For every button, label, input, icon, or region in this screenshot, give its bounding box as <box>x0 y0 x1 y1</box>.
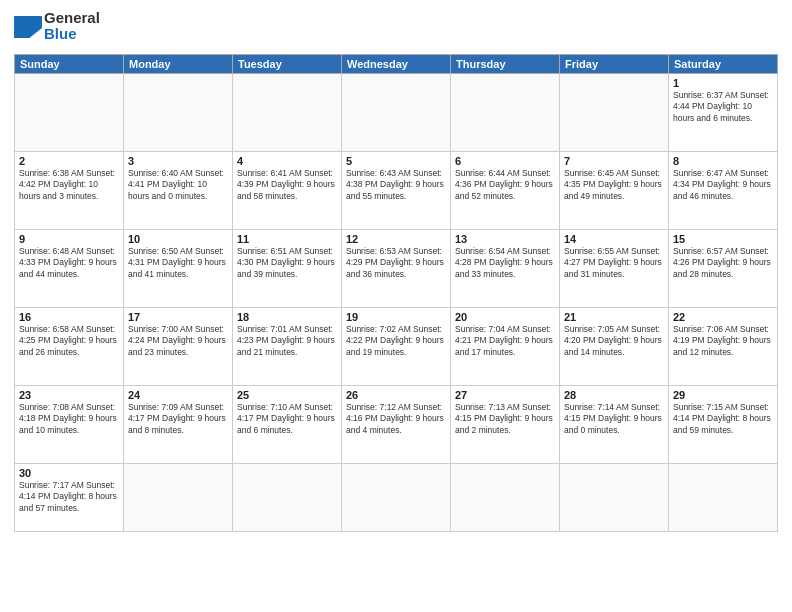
weekday-header-monday: Monday <box>124 55 233 74</box>
day-info: Sunrise: 7:09 AM Sunset: 4:17 PM Dayligh… <box>128 402 228 436</box>
day-info: Sunrise: 7:00 AM Sunset: 4:24 PM Dayligh… <box>128 324 228 358</box>
day-number: 3 <box>128 155 228 167</box>
day-number: 26 <box>346 389 446 401</box>
day-number: 12 <box>346 233 446 245</box>
calendar-cell <box>124 464 233 532</box>
calendar-cell: 27Sunrise: 7:13 AM Sunset: 4:15 PM Dayli… <box>451 386 560 464</box>
day-number: 6 <box>455 155 555 167</box>
calendar-cell: 21Sunrise: 7:05 AM Sunset: 4:20 PM Dayli… <box>560 308 669 386</box>
calendar-cell <box>451 464 560 532</box>
day-number: 2 <box>19 155 119 167</box>
day-number: 28 <box>564 389 664 401</box>
day-number: 19 <box>346 311 446 323</box>
calendar-header-row: SundayMondayTuesdayWednesdayThursdayFrid… <box>15 55 778 74</box>
day-number: 14 <box>564 233 664 245</box>
day-info: Sunrise: 6:48 AM Sunset: 4:33 PM Dayligh… <box>19 246 119 280</box>
calendar-cell: 20Sunrise: 7:04 AM Sunset: 4:21 PM Dayli… <box>451 308 560 386</box>
calendar-cell: 6Sunrise: 6:44 AM Sunset: 4:36 PM Daylig… <box>451 152 560 230</box>
day-number: 23 <box>19 389 119 401</box>
day-info: Sunrise: 6:57 AM Sunset: 4:26 PM Dayligh… <box>673 246 773 280</box>
calendar-cell: 13Sunrise: 6:54 AM Sunset: 4:28 PM Dayli… <box>451 230 560 308</box>
day-info: Sunrise: 7:10 AM Sunset: 4:17 PM Dayligh… <box>237 402 337 436</box>
day-info: Sunrise: 7:12 AM Sunset: 4:16 PM Dayligh… <box>346 402 446 436</box>
day-number: 5 <box>346 155 446 167</box>
calendar-cell: 23Sunrise: 7:08 AM Sunset: 4:18 PM Dayli… <box>15 386 124 464</box>
day-info: Sunrise: 6:37 AM Sunset: 4:44 PM Dayligh… <box>673 90 773 124</box>
day-info: Sunrise: 6:47 AM Sunset: 4:34 PM Dayligh… <box>673 168 773 202</box>
calendar-cell: 12Sunrise: 6:53 AM Sunset: 4:29 PM Dayli… <box>342 230 451 308</box>
calendar-cell <box>451 74 560 152</box>
calendar-cell: 16Sunrise: 6:58 AM Sunset: 4:25 PM Dayli… <box>15 308 124 386</box>
logo: General Blue <box>14 10 66 48</box>
day-number: 25 <box>237 389 337 401</box>
day-number: 22 <box>673 311 773 323</box>
day-info: Sunrise: 7:17 AM Sunset: 4:14 PM Dayligh… <box>19 480 119 514</box>
day-info: Sunrise: 6:50 AM Sunset: 4:31 PM Dayligh… <box>128 246 228 280</box>
day-info: Sunrise: 6:58 AM Sunset: 4:25 PM Dayligh… <box>19 324 119 358</box>
calendar-cell: 7Sunrise: 6:45 AM Sunset: 4:35 PM Daylig… <box>560 152 669 230</box>
weekday-header-thursday: Thursday <box>451 55 560 74</box>
calendar-cell: 1Sunrise: 6:37 AM Sunset: 4:44 PM Daylig… <box>669 74 778 152</box>
day-number: 24 <box>128 389 228 401</box>
day-info: Sunrise: 6:55 AM Sunset: 4:27 PM Dayligh… <box>564 246 664 280</box>
calendar-cell: 30Sunrise: 7:17 AM Sunset: 4:14 PM Dayli… <box>15 464 124 532</box>
calendar-cell: 17Sunrise: 7:00 AM Sunset: 4:24 PM Dayli… <box>124 308 233 386</box>
day-info: Sunrise: 6:41 AM Sunset: 4:39 PM Dayligh… <box>237 168 337 202</box>
day-number: 21 <box>564 311 664 323</box>
day-number: 29 <box>673 389 773 401</box>
calendar-cell: 8Sunrise: 6:47 AM Sunset: 4:34 PM Daylig… <box>669 152 778 230</box>
day-info: Sunrise: 7:05 AM Sunset: 4:20 PM Dayligh… <box>564 324 664 358</box>
calendar-cell: 18Sunrise: 7:01 AM Sunset: 4:23 PM Dayli… <box>233 308 342 386</box>
calendar-cell: 5Sunrise: 6:43 AM Sunset: 4:38 PM Daylig… <box>342 152 451 230</box>
day-number: 16 <box>19 311 119 323</box>
calendar-cell <box>124 74 233 152</box>
calendar-cell: 4Sunrise: 6:41 AM Sunset: 4:39 PM Daylig… <box>233 152 342 230</box>
day-number: 10 <box>128 233 228 245</box>
calendar-cell <box>669 464 778 532</box>
day-number: 9 <box>19 233 119 245</box>
day-number: 30 <box>19 467 119 479</box>
day-info: Sunrise: 6:54 AM Sunset: 4:28 PM Dayligh… <box>455 246 555 280</box>
calendar-cell: 24Sunrise: 7:09 AM Sunset: 4:17 PM Dayli… <box>124 386 233 464</box>
page-header: General Blue <box>14 10 778 48</box>
day-number: 20 <box>455 311 555 323</box>
weekday-header-saturday: Saturday <box>669 55 778 74</box>
day-info: Sunrise: 6:44 AM Sunset: 4:36 PM Dayligh… <box>455 168 555 202</box>
calendar-cell: 10Sunrise: 6:50 AM Sunset: 4:31 PM Dayli… <box>124 230 233 308</box>
calendar-cell: 15Sunrise: 6:57 AM Sunset: 4:26 PM Dayli… <box>669 230 778 308</box>
day-info: Sunrise: 7:06 AM Sunset: 4:19 PM Dayligh… <box>673 324 773 358</box>
day-info: Sunrise: 7:01 AM Sunset: 4:23 PM Dayligh… <box>237 324 337 358</box>
calendar-cell: 11Sunrise: 6:51 AM Sunset: 4:30 PM Dayli… <box>233 230 342 308</box>
day-number: 15 <box>673 233 773 245</box>
day-number: 4 <box>237 155 337 167</box>
calendar-cell <box>15 74 124 152</box>
calendar-cell <box>233 74 342 152</box>
day-info: Sunrise: 7:13 AM Sunset: 4:15 PM Dayligh… <box>455 402 555 436</box>
weekday-header-friday: Friday <box>560 55 669 74</box>
weekday-header-sunday: Sunday <box>15 55 124 74</box>
day-info: Sunrise: 6:40 AM Sunset: 4:41 PM Dayligh… <box>128 168 228 202</box>
day-number: 18 <box>237 311 337 323</box>
calendar-cell <box>560 74 669 152</box>
day-info: Sunrise: 6:53 AM Sunset: 4:29 PM Dayligh… <box>346 246 446 280</box>
day-number: 17 <box>128 311 228 323</box>
day-info: Sunrise: 7:04 AM Sunset: 4:21 PM Dayligh… <box>455 324 555 358</box>
weekday-header-tuesday: Tuesday <box>233 55 342 74</box>
day-info: Sunrise: 6:38 AM Sunset: 4:42 PM Dayligh… <box>19 168 119 202</box>
day-number: 1 <box>673 77 773 89</box>
calendar-cell: 9Sunrise: 6:48 AM Sunset: 4:33 PM Daylig… <box>15 230 124 308</box>
day-info: Sunrise: 7:02 AM Sunset: 4:22 PM Dayligh… <box>346 324 446 358</box>
day-info: Sunrise: 7:14 AM Sunset: 4:15 PM Dayligh… <box>564 402 664 436</box>
day-info: Sunrise: 7:08 AM Sunset: 4:18 PM Dayligh… <box>19 402 119 436</box>
calendar-cell: 22Sunrise: 7:06 AM Sunset: 4:19 PM Dayli… <box>669 308 778 386</box>
day-info: Sunrise: 6:51 AM Sunset: 4:30 PM Dayligh… <box>237 246 337 280</box>
day-number: 11 <box>237 233 337 245</box>
calendar-cell: 29Sunrise: 7:15 AM Sunset: 4:14 PM Dayli… <box>669 386 778 464</box>
weekday-header-wednesday: Wednesday <box>342 55 451 74</box>
calendar-cell <box>342 74 451 152</box>
calendar-cell: 25Sunrise: 7:10 AM Sunset: 4:17 PM Dayli… <box>233 386 342 464</box>
day-number: 8 <box>673 155 773 167</box>
calendar-cell: 14Sunrise: 6:55 AM Sunset: 4:27 PM Dayli… <box>560 230 669 308</box>
day-number: 7 <box>564 155 664 167</box>
calendar-cell: 28Sunrise: 7:14 AM Sunset: 4:15 PM Dayli… <box>560 386 669 464</box>
